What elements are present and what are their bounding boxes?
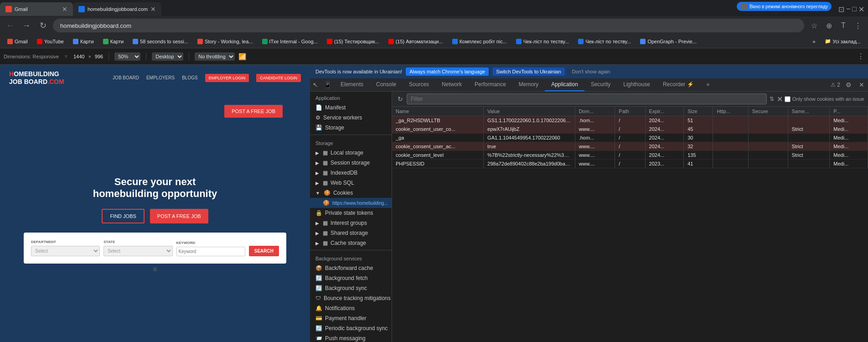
switch-language-btn[interactable]: Switch DevTools to Ukrainian <box>492 67 564 76</box>
col-expires[interactable]: Expir... <box>645 107 684 116</box>
alert-badge[interactable]: ⚠ 2 <box>829 80 842 90</box>
settings-icon[interactable]: ⚙ <box>842 78 855 91</box>
bookmark-complex[interactable]: Комплекс робіт піс... <box>449 38 511 45</box>
sidebar-local-storage[interactable]: ▶ ▦ Local storage <box>310 148 392 158</box>
col-secure[interactable]: Secure <box>748 107 788 116</box>
network-icon[interactable]: 📶 <box>238 53 246 60</box>
tab-security[interactable]: Security <box>584 78 617 91</box>
post-job-hero-btn[interactable]: POST A FREE JOB <box>224 105 283 118</box>
employer-login-btn[interactable]: EMPLOYER LOGIN <box>205 74 249 82</box>
close-window-icon[interactable]: ✕ <box>858 5 864 14</box>
tab-performance[interactable]: Performance <box>468 78 512 91</box>
browser-tab-gmail[interactable]: Gmail ✕ <box>0 2 73 16</box>
table-row[interactable]: cookie_consent_user_ac...truewww..../202… <box>392 142 868 151</box>
bookmark-check2[interactable]: Чек-ліст по теству... <box>574 38 635 45</box>
table-row[interactable]: _ga_R2HSDWLLTBGS1.1.1700222060.1.0.17002… <box>392 116 868 125</box>
dismiss-notif-btn[interactable]: Don't show again <box>568 67 614 76</box>
maximize-icon[interactable]: □ <box>852 5 857 13</box>
bookmark-story[interactable]: Story - Working, lea... <box>194 38 257 45</box>
sidebar-cache-storage[interactable]: ▶ ▦ Cache storage <box>310 238 392 248</box>
minimize-icon[interactable]: − <box>846 5 850 13</box>
tab-sources[interactable]: Sources <box>403 78 435 91</box>
bookmark-maps1[interactable]: Карти <box>69 38 98 45</box>
tab-elements[interactable]: Elements <box>334 78 370 91</box>
sidebar-bounce-tracking[interactable]: 🛡 Bounce tracking mitigations <box>310 293 392 303</box>
col-samesite[interactable]: Same... <box>788 107 830 116</box>
sidebar-web-sql[interactable]: ▶ ▦ Web SQL <box>310 178 392 188</box>
tab-more[interactable]: » <box>700 78 716 91</box>
sidebar-interest-groups[interactable]: ▶ ▦ Interest groups <box>310 218 392 228</box>
tab-network[interactable]: Network <box>435 78 468 91</box>
more-toolbar-btn[interactable]: ⋮ <box>857 52 864 61</box>
sidebar-service-workers[interactable]: ⚙ Service workers <box>310 113 392 123</box>
table-row[interactable]: PHPSESSID298a72de890402c88e2ba199d0ba663… <box>392 160 868 168</box>
bookmark-auto[interactable]: (15) Автоматизаци... <box>385 38 447 45</box>
sidebar-push-messaging[interactable]: 📨 Push messaging <box>310 333 392 342</box>
bookmark-youtube[interactable]: YouTube <box>33 38 67 45</box>
table-row[interactable]: cookie_consent_level%7B%22strictly-neces… <box>392 151 868 160</box>
bookmark-button[interactable]: ☆ <box>808 19 821 32</box>
forward-button[interactable]: → <box>20 19 33 32</box>
filter-format-btn[interactable]: ⇅ <box>769 95 775 103</box>
sidebar-cookies-url[interactable]: 🍪 https://www.homebuilding... <box>310 198 392 208</box>
zoom-select[interactable]: 50% 100% <box>114 52 140 61</box>
nav-link-blogs[interactable]: BLOGS <box>182 75 197 80</box>
close-devtools-icon[interactable]: ✕ <box>855 78 868 91</box>
nav-link-employers[interactable]: EMPLOYERS <box>146 75 175 80</box>
bookmark-folder[interactable]: 📁 Усі заклад... <box>821 37 864 45</box>
post-job-btn2[interactable]: POST A FREE JOB <box>150 209 208 223</box>
bookmark-check1[interactable]: Чек-ліст по теству... <box>512 38 573 45</box>
sidebar-bg-sync[interactable]: 🔄 Background sync <box>310 283 392 293</box>
window-icon[interactable]: ⊡ <box>838 5 844 14</box>
bookmark-session[interactable]: 58 seconds to sessi... <box>129 38 192 45</box>
device-icon[interactable]: 📱 <box>321 78 334 91</box>
col-priority[interactable]: P... <box>830 107 868 116</box>
bookmark-gmail[interactable]: Gmail <box>4 38 31 45</box>
back-button[interactable]: ← <box>4 19 16 32</box>
nav-link-jobboard[interactable]: JOB BOARD <box>113 75 139 80</box>
sidebar-bg-fetch[interactable]: 🔄 Background fetch <box>310 273 392 283</box>
tab-memory[interactable]: Memory <box>512 78 545 91</box>
sidebar-payment-handler[interactable]: 💳 Payment handler <box>310 313 392 323</box>
sidebar-shared-storage[interactable]: ▶ ▦ Shared storage <box>310 228 392 238</box>
filter-clear-btn[interactable]: ✕ <box>777 95 783 104</box>
col-name[interactable]: Name <box>392 107 484 116</box>
translate-button[interactable]: T <box>837 19 850 32</box>
inspect-icon[interactable]: ↖ <box>310 78 321 91</box>
sidebar-session-storage[interactable]: ▶ ▦ Session storage <box>310 158 392 168</box>
reload-button[interactable]: ↻ <box>36 19 49 32</box>
tab-close-active[interactable]: ✕ <box>150 5 156 13</box>
bookmark-itxe[interactable]: ІТхе Internal - Goog... <box>258 38 321 45</box>
cookie-filter-input[interactable] <box>407 93 767 104</box>
more-button[interactable]: ⋮ <box>852 19 864 32</box>
col-httponly[interactable]: Http... <box>713 107 748 116</box>
tab-recorder[interactable]: Recorder ⚡ <box>656 78 700 91</box>
filter-checkbox[interactable] <box>785 96 790 102</box>
table-row[interactable]: _gaGA1.1.1044549954.1700222060.hom.../20… <box>392 134 868 142</box>
col-domain[interactable]: Dom... <box>575 107 615 116</box>
filter-checkbox-label[interactable]: Only show cookies with an issue <box>785 96 864 102</box>
bookmark-opengraph[interactable]: OpenGraph - Previe... <box>636 38 700 45</box>
refresh-cookies-btn[interactable]: ↻ <box>396 94 405 104</box>
sidebar-back-forward[interactable]: 📦 Back/forward cache <box>310 263 392 273</box>
search-button[interactable]: SEARCH <box>249 246 279 256</box>
sidebar-cookies[interactable]: ▼ 🍪 Cookies <box>310 188 392 198</box>
bookmark-test1[interactable]: (15) Тестировщик... <box>323 38 383 45</box>
sidebar-manifest[interactable]: 📄 Manifest <box>310 103 392 113</box>
candidate-login-btn[interactable]: CANDIDATE LOGIN <box>256 74 301 82</box>
col-value[interactable]: Value <box>484 107 575 116</box>
throttling-select[interactable]: No throttling <box>195 52 235 61</box>
keyword-input[interactable] <box>176 247 245 256</box>
col-size[interactable]: Size <box>684 107 713 116</box>
col-path[interactable]: Path <box>615 107 645 116</box>
bookmark-more[interactable]: » <box>809 38 819 45</box>
state-select[interactable]: Select <box>103 246 172 256</box>
table-row[interactable]: cookie_consent_user_co...epwX7rAUijbZwww… <box>392 125 868 134</box>
tab-console[interactable]: Console <box>370 78 403 91</box>
tab-application[interactable]: Application <box>545 78 584 91</box>
device-select[interactable]: Desktop Mobile <box>152 52 183 61</box>
tab-close-gmail[interactable]: ✕ <box>62 5 67 13</box>
sidebar-storage-top[interactable]: 💾 Storage <box>310 123 392 133</box>
browser-tab-active[interactable]: homebuildingjobboard.com ✕ <box>73 2 161 16</box>
cast-button[interactable]: ⊕ <box>822 19 835 32</box>
